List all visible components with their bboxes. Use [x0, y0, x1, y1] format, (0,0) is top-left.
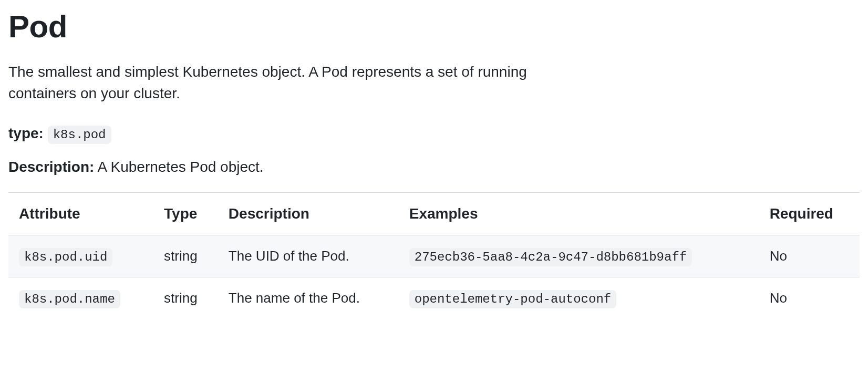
cell-attribute: k8s.pod.name: [8, 277, 153, 319]
col-description: Description: [218, 193, 399, 235]
description-label: Description:: [8, 159, 94, 175]
cell-type: string: [153, 277, 218, 319]
cell-examples: opentelemetry-pod-autoconf: [399, 277, 759, 319]
col-examples: Examples: [399, 193, 759, 235]
attributes-table: Attribute Type Description Examples Requ…: [8, 193, 860, 319]
cell-examples: 275ecb36-5aa8-4c2a-9c47-d8bb681b9aff: [399, 235, 759, 277]
table-row: k8s.pod.name string The name of the Pod.…: [8, 277, 860, 319]
col-type: Type: [153, 193, 218, 235]
doc-container: Pod The smallest and simplest Kubernetes…: [8, 8, 860, 319]
table-row: k8s.pod.uid string The UID of the Pod. 2…: [8, 235, 860, 277]
cell-description: The UID of the Pod.: [218, 235, 399, 277]
description-line: Description: A Kubernetes Pod object.: [8, 159, 860, 175]
cell-required: No: [759, 235, 860, 277]
description-value: A Kubernetes Pod object.: [98, 159, 264, 175]
cell-description: The name of the Pod.: [218, 277, 399, 319]
type-line: type: k8s.pod: [8, 125, 860, 142]
cell-attribute: k8s.pod.uid: [8, 235, 153, 277]
table-header-row: Attribute Type Description Examples Requ…: [8, 193, 860, 235]
col-attribute: Attribute: [8, 193, 153, 235]
cell-required: No: [759, 277, 860, 319]
col-required: Required: [759, 193, 860, 235]
cell-type: string: [153, 235, 218, 277]
type-value: k8s.pod: [48, 126, 111, 144]
intro-paragraph: The smallest and simplest Kubernetes obj…: [8, 61, 586, 104]
type-label: type:: [8, 125, 44, 141]
page-title: Pod: [8, 8, 860, 45]
